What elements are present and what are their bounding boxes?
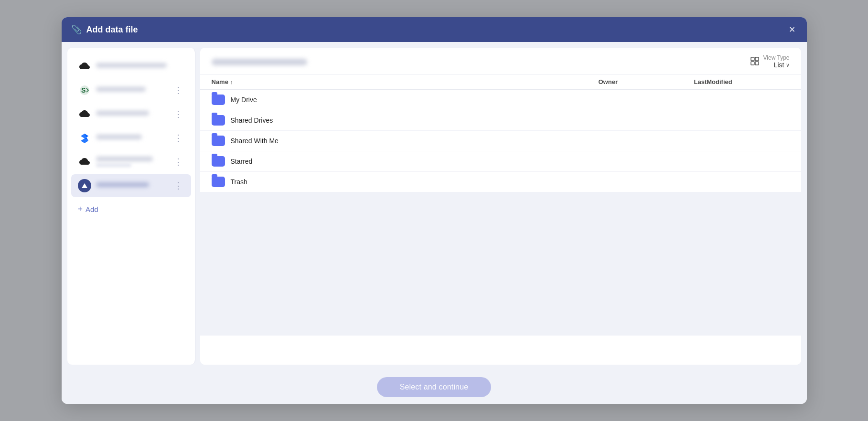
sidebar-label-block-6 xyxy=(96,182,167,189)
file-name-cell-4: Starred xyxy=(212,156,599,167)
file-name-2: Shared Drives xyxy=(231,116,273,124)
svg-rect-7 xyxy=(751,62,754,65)
sidebar-label-block-2 xyxy=(96,87,167,94)
col-header-last-modified[interactable]: LastModified xyxy=(694,78,790,85)
sidebar-label-block-4 xyxy=(96,135,167,141)
col-header-owner[interactable]: Owner xyxy=(599,78,694,85)
modal-title: Add data file xyxy=(86,25,138,35)
chevron-down-icon: ∨ xyxy=(786,62,790,68)
sidebar: S ⋮ ⋮ xyxy=(67,48,195,365)
sidebar-more-2[interactable]: ⋮ xyxy=(172,84,184,96)
add-connection-button[interactable]: + Add xyxy=(67,200,195,219)
modal-footer: Select and continue xyxy=(62,370,807,404)
sidebar-label-block-5 xyxy=(96,157,167,167)
view-type-label: View Type List ∨ xyxy=(763,54,790,69)
file-name-cell-3: Shared With Me xyxy=(212,136,599,146)
sidebar-label-bar-6 xyxy=(96,182,150,187)
sidebar-item-2[interactable]: S ⋮ xyxy=(71,79,191,102)
modal-overlay: 📎 Add data file × xyxy=(0,0,868,421)
main-content: View Type List ∨ Name ↑ xyxy=(200,48,801,365)
sidebar-label-bar-4 xyxy=(96,135,142,139)
cloud-icon-3 xyxy=(78,107,91,121)
file-name-cell-2: Shared Drives xyxy=(212,115,599,126)
svg-marker-4 xyxy=(82,183,87,188)
sidebar-label-bar-3 xyxy=(96,111,150,116)
modal-body: S ⋮ ⋮ xyxy=(62,42,807,370)
sidebar-item-1[interactable] xyxy=(71,55,191,78)
file-name-cell-5: Trash xyxy=(212,177,599,187)
sidebar-item-3[interactable]: ⋮ xyxy=(71,103,191,126)
file-name-5: Trash xyxy=(231,178,247,186)
table-row[interactable]: Starred xyxy=(200,151,801,172)
paperclip-icon: 📎 xyxy=(71,24,82,35)
folder-icon-3 xyxy=(212,136,225,146)
folder-icon-5 xyxy=(212,177,225,187)
table-header: Name ↑ Owner LastModified xyxy=(200,74,801,90)
sidebar-label-bar-5b xyxy=(96,163,132,167)
close-button[interactable]: × xyxy=(787,22,797,37)
sidebar-item-4[interactable]: ⋮ xyxy=(71,126,191,149)
svg-rect-6 xyxy=(755,57,759,61)
sidebar-label-bar-5a xyxy=(96,157,153,161)
modal-header-left: 📎 Add data file xyxy=(71,24,138,35)
sidebar-more-5[interactable]: ⋮ xyxy=(172,156,184,168)
sidebar-label-block-1 xyxy=(96,63,184,70)
view-type-button[interactable]: View Type List ∨ xyxy=(750,54,790,69)
view-type-value: List ∨ xyxy=(774,61,790,69)
dropbox-icon xyxy=(78,131,91,145)
file-name-4: Starred xyxy=(231,158,253,165)
sharepoint-icon: S xyxy=(78,84,91,97)
svg-rect-8 xyxy=(755,62,759,65)
table-row[interactable]: Trash xyxy=(200,172,801,192)
sidebar-label-bar-2 xyxy=(96,87,146,92)
sort-arrow: ↑ xyxy=(230,79,233,85)
select-continue-button[interactable]: Select and continue xyxy=(377,377,492,397)
view-type-text: List xyxy=(774,61,784,69)
sidebar-item-6[interactable]: ⋮ xyxy=(71,174,191,197)
file-name-cell-1: My Drive xyxy=(212,95,599,105)
svg-text:S: S xyxy=(81,86,86,94)
main-toolbar: View Type List ∨ xyxy=(200,48,801,74)
sidebar-label-bar-1 xyxy=(96,63,167,68)
table-row[interactable]: My Drive xyxy=(200,90,801,110)
col-owner-label: Owner xyxy=(599,78,618,85)
sidebar-more-4[interactable]: ⋮ xyxy=(172,132,184,144)
plus-icon: + xyxy=(78,204,83,214)
view-type-icon xyxy=(750,56,760,67)
table-row[interactable]: Shared With Me xyxy=(200,131,801,151)
folder-icon-4 xyxy=(212,156,225,167)
sidebar-more-6[interactable]: ⋮ xyxy=(172,179,184,192)
file-name-1: My Drive xyxy=(231,96,257,104)
triangle-icon xyxy=(78,179,91,192)
modal: 📎 Add data file × xyxy=(62,17,807,404)
cloud-icon-5 xyxy=(78,155,91,168)
sidebar-more-3[interactable]: ⋮ xyxy=(172,108,184,120)
file-list: My Drive Shared Drives xyxy=(200,90,801,365)
col-modified-label: LastModified xyxy=(694,78,732,85)
sidebar-item-5[interactable]: ⋮ xyxy=(71,150,191,173)
col-header-name[interactable]: Name ↑ xyxy=(212,78,599,85)
breadcrumb xyxy=(212,59,307,65)
file-name-3: Shared With Me xyxy=(231,137,279,145)
svg-rect-5 xyxy=(751,57,754,61)
empty-area xyxy=(200,192,801,336)
folder-icon-2 xyxy=(212,115,225,126)
view-type-title: View Type xyxy=(763,54,790,61)
add-label: Add xyxy=(86,205,98,213)
folder-icon-1 xyxy=(212,95,225,105)
table-row[interactable]: Shared Drives xyxy=(200,110,801,131)
cloud-icon-1 xyxy=(78,60,91,73)
col-name-label: Name xyxy=(212,78,228,85)
sidebar-label-block-3 xyxy=(96,111,167,117)
modal-header: 📎 Add data file × xyxy=(62,17,807,42)
